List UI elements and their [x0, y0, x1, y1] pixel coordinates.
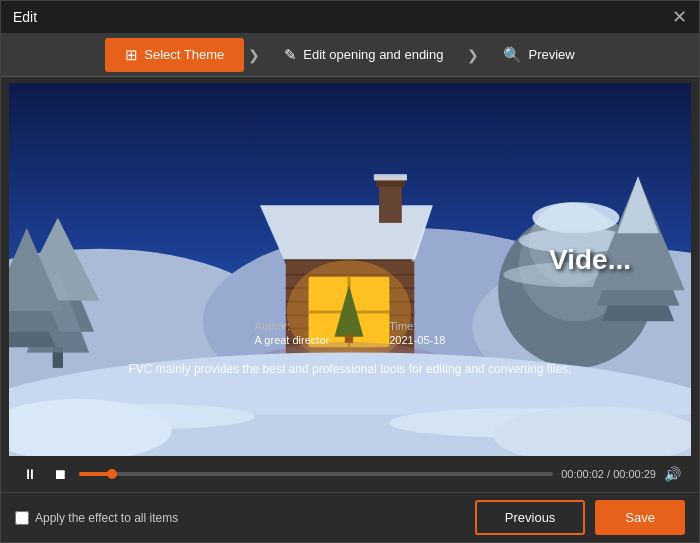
- bottom-buttons: Previous Save: [475, 500, 685, 535]
- author-meta: Author: A great director: [255, 320, 330, 346]
- bottom-bar: Apply the effect to all items Previous S…: [1, 492, 699, 542]
- tab-select-theme-label: Select Theme: [144, 47, 224, 62]
- tab-separator-2: ❯: [463, 47, 483, 63]
- apply-all-label: Apply the effect to all items: [35, 511, 178, 525]
- video-background: Vide... Author: A great director Time: 2…: [9, 83, 691, 456]
- tab-edit-label: Edit opening and ending: [303, 47, 443, 62]
- window-title: Edit: [13, 9, 37, 25]
- progress-handle[interactable]: [107, 469, 117, 479]
- tab-bar: ⊞ Select Theme ❯ ✎ Edit opening and endi…: [1, 33, 699, 77]
- save-button[interactable]: Save: [595, 500, 685, 535]
- author-label: Author:: [255, 320, 330, 332]
- tab-edit-opening-ending[interactable]: ✎ Edit opening and ending: [264, 38, 463, 72]
- tab-preview[interactable]: 🔍 Preview: [483, 38, 594, 72]
- video-meta-overlay: Author: A great director Time: 2021-05-1…: [255, 320, 446, 346]
- apply-all-checkbox[interactable]: [15, 511, 29, 525]
- preview-icon: 🔍: [503, 46, 522, 64]
- apply-all-checkbox-label[interactable]: Apply the effect to all items: [15, 511, 178, 525]
- svg-rect-17: [374, 174, 407, 180]
- current-time: 00:00:02: [561, 468, 604, 480]
- video-description-overlay: FVC mainly provides the best and profess…: [111, 362, 588, 376]
- time-value: 2021-05-18: [389, 334, 445, 346]
- time-meta: Time: 2021-05-18: [389, 320, 445, 346]
- time-display: 00:00:02 / 00:00:29: [561, 468, 656, 480]
- time-label: Time:: [389, 320, 445, 332]
- volume-button[interactable]: 🔊: [664, 466, 681, 482]
- svg-rect-15: [379, 181, 402, 222]
- close-button[interactable]: ✕: [672, 8, 687, 26]
- tab-select-theme[interactable]: ⊞ Select Theme: [105, 38, 244, 72]
- previous-button[interactable]: Previous: [475, 500, 586, 535]
- svg-marker-14: [260, 205, 433, 259]
- edit-window: Edit ✕ ⊞ Select Theme ❯ ✎ Edit opening a…: [0, 0, 700, 543]
- play-pause-button[interactable]: ⏸: [19, 464, 41, 484]
- select-theme-icon: ⊞: [125, 46, 138, 64]
- controls-bar: ⏸ ⏹ 00:00:02 / 00:00:29 🔊: [9, 456, 691, 492]
- video-title-overlay: Vide...: [549, 244, 631, 276]
- edit-icon: ✎: [284, 46, 297, 64]
- author-value: A great director: [255, 334, 330, 346]
- total-time: 00:00:29: [613, 468, 656, 480]
- tab-separator-1: ❯: [244, 47, 264, 63]
- progress-bar[interactable]: [79, 472, 553, 476]
- stop-button[interactable]: ⏹: [49, 464, 71, 484]
- video-area: Vide... Author: A great director Time: 2…: [9, 83, 691, 456]
- title-bar: Edit ✕: [1, 1, 699, 33]
- tab-preview-label: Preview: [528, 47, 574, 62]
